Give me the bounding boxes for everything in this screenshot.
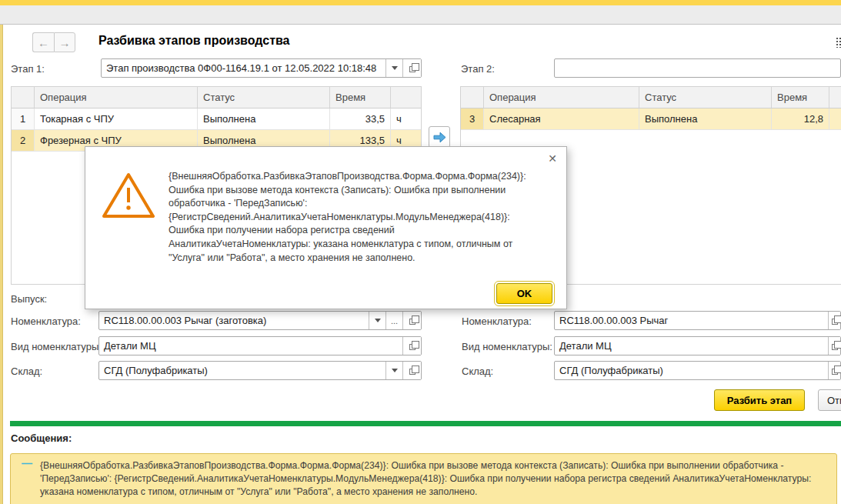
- message-line: указана номенклатура с типом, отличным о…: [40, 486, 830, 499]
- stage2-label: Этап 2:: [461, 63, 495, 75]
- ok-button[interactable]: OK: [496, 283, 552, 304]
- message-item[interactable]: — {ВнешняяОбработка.РазбивкаЭтаповПроизв…: [10, 453, 837, 504]
- warehouse-value-left: СГД (Полуфабрикаты): [99, 362, 385, 379]
- dialog-message-line: {РегистрСведений.АналитикаУчетаНоменклат…: [169, 211, 559, 225]
- column-header-time[interactable]: Время: [772, 87, 829, 108]
- cell-status[interactable]: Выполнена: [198, 108, 330, 129]
- dialog-message-line: Ошибка при получении набора регистра све…: [169, 224, 559, 238]
- cell-operation[interactable]: Слесарная: [484, 108, 639, 129]
- nomenclature-open-button[interactable]: [402, 312, 421, 329]
- table-row[interactable]: 1 Токарная с ЧПУ Выполнена 33,5 ч: [12, 108, 421, 130]
- back-arrow-icon: ←: [38, 36, 49, 49]
- messages-section-label: Сообщения:: [11, 432, 72, 444]
- toolbar: [0, 5, 841, 25]
- chevron-down-icon: [375, 319, 381, 322]
- nav-buttons: ← →: [32, 32, 75, 52]
- stage1-dropdown-button[interactable]: [385, 59, 402, 77]
- stage1-combobox[interactable]: Этап производства 0Ф00-1164.19.1 от 12.0…: [101, 58, 422, 78]
- warehouse-label-left: Склад:: [11, 365, 42, 377]
- column-header-unit[interactable]: [391, 87, 421, 108]
- type-field-right[interactable]: Детали МЦ: [554, 336, 841, 355]
- type-open-button-right[interactable]: [828, 337, 840, 355]
- type-label-right: Вид номенклатуры:: [462, 341, 552, 352]
- nomenclature-dropdown-button[interactable]: [369, 312, 385, 329]
- warehouse-value-right: СГД (Полуфабрикаты): [555, 362, 828, 379]
- warehouse-dropdown-button[interactable]: [385, 362, 402, 379]
- column-header-operation[interactable]: Операция: [35, 87, 198, 108]
- forward-button[interactable]: →: [54, 32, 75, 52]
- open-icon: [832, 319, 838, 325]
- warehouse-open-button[interactable]: [402, 362, 421, 379]
- more-menu-icon[interactable]: [836, 37, 841, 48]
- dialog-message-line: "Услуга" или "Работа", а место хранения …: [169, 252, 559, 265]
- nomenclature-label-right: Номенклатура:: [462, 315, 532, 327]
- dialog-message-line: {ВнешняяОбработка.РазбивкаЭтаповПроизвод…: [169, 170, 559, 184]
- cell-time[interactable]: 12,8: [772, 108, 829, 129]
- cancel-button[interactable]: Отмена: [818, 389, 841, 411]
- cell-num[interactable]: 2: [12, 130, 35, 151]
- nomenclature-field-left[interactable]: RC118.00.00.003 Рычаг (заготовка) ...: [98, 311, 422, 330]
- stage2-input[interactable]: [554, 58, 841, 78]
- cell-num[interactable]: 3: [461, 108, 484, 129]
- output-section-label: Выпуск:: [11, 293, 47, 305]
- column-header-operation[interactable]: Операция: [484, 87, 639, 108]
- table-row-selected[interactable]: 3 Слесарная Выполнена 12,8: [461, 108, 841, 130]
- column-header-num[interactable]: [461, 87, 484, 108]
- nomenclature-field-right[interactable]: RC118.00.00.003 Рычаг: [554, 311, 841, 330]
- warehouse-open-button-right[interactable]: [828, 362, 840, 379]
- app-window: ← → Разбивка этапов производства Этап 1:…: [0, 0, 841, 504]
- nomenclature-label-left: Номенклатура:: [11, 315, 81, 327]
- stage2-value: [555, 59, 840, 77]
- message-text: {ВнешняяОбработка.РазбивкаЭтаповПроизвод…: [40, 459, 830, 499]
- open-icon: [409, 344, 415, 350]
- message-line: 'ПередЗаписью': {РегистрСведений.Аналити…: [40, 472, 830, 486]
- left-accent-strip: [0, 25, 3, 504]
- message-line: {ВнешняяОбработка.РазбивкаЭтаповПроизвод…: [40, 459, 830, 472]
- open-icon: [832, 369, 838, 375]
- dialog-message-line: Ошибка при вызове метода контекста (Запи…: [169, 184, 559, 198]
- column-header-status[interactable]: Статус: [639, 87, 772, 108]
- warehouse-field-left[interactable]: СГД (Полуфабрикаты): [98, 361, 422, 380]
- type-label-left: Вид номенклатуры:: [11, 341, 102, 352]
- message-dash-icon: —: [22, 457, 32, 469]
- nomenclature-open-button-right[interactable]: [828, 312, 840, 329]
- cell-num[interactable]: 1: [12, 108, 35, 129]
- warehouse-field-right[interactable]: СГД (Полуфабрикаты): [554, 361, 841, 380]
- page-title: Разбивка этапов производства: [98, 34, 289, 48]
- stage1-table-header: Операция Статус Время: [12, 87, 421, 108]
- nomenclature-ellipsis-button[interactable]: ...: [385, 312, 402, 329]
- move-to-stage2-button[interactable]: [429, 126, 450, 148]
- cell-unit[interactable]: ч: [391, 108, 421, 129]
- warning-icon: [101, 172, 156, 224]
- open-icon: [409, 369, 415, 375]
- chevron-down-icon: [392, 66, 398, 70]
- dialog-close-button[interactable]: ✕: [548, 152, 557, 165]
- cell-time[interactable]: 33,5: [330, 108, 391, 129]
- arrow-right-icon: [433, 132, 446, 143]
- cell-status[interactable]: Выполнена: [639, 108, 772, 129]
- open-icon: [409, 66, 415, 72]
- cell-operation[interactable]: Токарная с ЧПУ: [35, 108, 198, 129]
- cell-unit[interactable]: [829, 108, 841, 129]
- column-header-num[interactable]: [12, 87, 35, 108]
- dialog-message: {ВнешняяОбработка.РазбивкаЭтаповПроизвод…: [169, 170, 559, 265]
- messages-divider: [10, 421, 841, 426]
- column-header-time[interactable]: Время: [330, 87, 391, 108]
- column-header-status[interactable]: Статус: [198, 87, 330, 108]
- type-field-left[interactable]: Детали МЦ: [98, 336, 422, 355]
- forward-arrow-icon: →: [59, 36, 71, 49]
- error-dialog: ✕ {ВнешняяОбработка.РазбивкаЭтаповПроизв…: [85, 146, 567, 309]
- split-stage-button[interactable]: Разбить этап: [714, 389, 805, 411]
- column-header-unit[interactable]: [829, 87, 841, 108]
- chevron-down-icon: [392, 369, 398, 372]
- close-icon: ✕: [548, 152, 557, 165]
- back-button[interactable]: ←: [32, 32, 54, 52]
- nomenclature-value-left: RC118.00.00.003 Рычаг (заготовка): [99, 312, 369, 329]
- type-open-button[interactable]: [402, 337, 421, 355]
- stage2-table-header: Операция Статус Время: [461, 87, 841, 108]
- type-value-right: Детали МЦ: [555, 337, 828, 355]
- type-value-left: Детали МЦ: [99, 337, 402, 355]
- open-icon: [409, 319, 415, 325]
- stage1-open-button[interactable]: [402, 59, 421, 77]
- ellipsis-icon: ...: [391, 316, 398, 325]
